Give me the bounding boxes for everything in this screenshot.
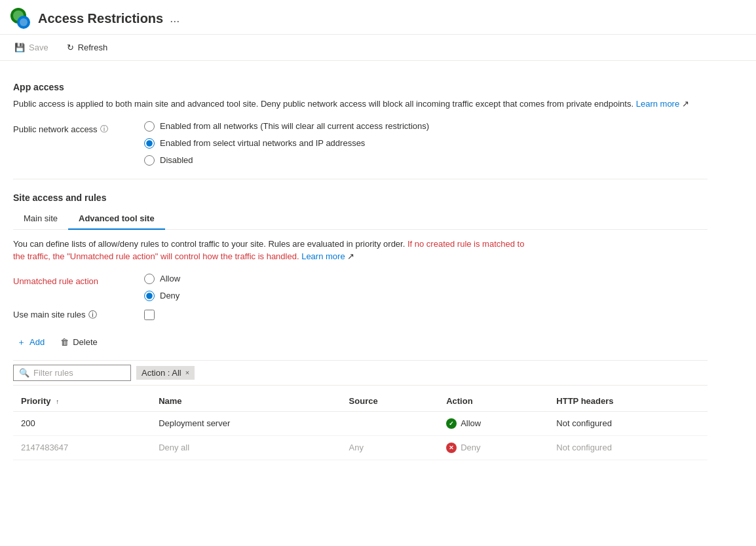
refresh-icon: ↻ [67,43,74,52]
use-main-site-checkbox[interactable] [144,310,155,320]
refresh-button[interactable]: ↻ Refresh [63,40,112,55]
save-button[interactable]: 💾 Save [10,40,52,55]
unmatched-options: Allow Deny [144,274,180,301]
app-icon [10,8,31,29]
unmatched-deny[interactable]: Deny [144,291,180,301]
col-action[interactable]: Action [438,391,548,412]
cell-http-headers: Not configured [548,411,708,435]
use-main-site-label: Use main site rules ⓘ [13,309,144,321]
site-access-title: Site access and rules [13,192,708,203]
app-access-title: App access [13,82,708,92]
action-allow: Allow [446,418,540,429]
toolbar: 💾 Save ↻ Refresh [0,35,756,61]
site-tabs: Main site Advanced tool site [13,208,708,230]
cell-name: Deployment server [151,411,341,435]
tab-advanced-tool-site[interactable]: Advanced tool site [68,208,165,230]
cell-priority: 200 [13,411,151,435]
col-priority[interactable]: Priority ↑ [13,391,151,412]
table-row[interactable]: 2147483647 Deny all Any Deny Not configu… [13,435,708,460]
network-option-all[interactable]: Enabled from all networks (This will cle… [144,121,429,132]
network-radio-disabled[interactable] [144,155,155,166]
site-learn-more[interactable]: Learn more [301,251,345,261]
filter-tag-action: Action : All × [136,366,195,380]
network-radio-select[interactable] [144,138,155,149]
unmatched-rule-label: Unmatched rule action [13,274,144,286]
table-header: Priority ↑ Name Source Action HTTP heade… [13,391,708,412]
network-option-disabled[interactable]: Disabled [144,155,429,166]
save-icon: 💾 [14,43,25,52]
cell-priority: 2147483647 [13,435,151,460]
cell-http-headers: Not configured [548,435,708,460]
rules-table: Priority ↑ Name Source Action HTTP heade… [13,391,708,460]
cell-action: Allow [438,411,548,435]
allow-icon [446,418,457,429]
filter-bar: 🔍 Action : All × [13,360,708,386]
public-network-options: Enabled from all networks (This will cle… [144,121,429,166]
app-access-section: App access Public access is applied to b… [13,82,708,166]
app-access-description: Public access is applied to both main si… [13,98,708,111]
deny-icon [446,443,457,453]
cell-action: Deny [438,435,548,460]
site-access-section: Site access and rules Main site Advanced… [13,192,708,460]
unmatched-rule-row: Unmatched rule action Allow Deny [13,274,708,301]
unmatched-radio-deny[interactable] [144,291,155,301]
section-divider [13,179,708,179]
filter-input-wrap: 🔍 [13,365,131,381]
cell-name: Deny all [151,435,341,460]
more-options-icon[interactable]: ... [170,12,180,26]
site-info-text: You can define lists of allow/deny rules… [13,238,537,263]
page-header: Access Restrictions ... [0,0,756,35]
main-content: App access Public access is applied to b… [0,61,721,471]
table-body: 200 Deployment server Allow Not configur… [13,411,708,460]
add-icon: ＋ [17,337,26,348]
public-network-access-row: Public network access ⓘ Enabled from all… [13,121,708,166]
filter-tag-close[interactable]: × [185,369,189,376]
tab-main-site[interactable]: Main site [13,208,68,230]
table-row[interactable]: 200 Deployment server Allow Not configur… [13,411,708,435]
search-icon: 🔍 [19,368,29,378]
cell-source [341,411,439,435]
delete-icon: 🗑 [60,337,69,347]
cell-source: Any [341,435,439,460]
col-source[interactable]: Source [341,391,439,412]
use-main-site-info-icon: ⓘ [88,309,97,321]
page-title: Access Restrictions [38,11,163,26]
network-radio-all[interactable] [144,121,155,132]
col-http-headers[interactable]: HTTP headers [548,391,708,412]
filter-rules-input[interactable] [33,368,125,378]
network-option-select[interactable]: Enabled from select virtual networks and… [144,138,429,149]
app-access-learn-more[interactable]: Learn more [636,99,679,109]
use-main-site-row: Use main site rules ⓘ [13,309,708,321]
add-rule-button[interactable]: ＋ Add [13,334,48,351]
sort-icon-priority: ↑ [56,398,59,405]
unmatched-allow[interactable]: Allow [144,274,180,284]
action-deny: Deny [446,443,540,453]
unmatched-radio-allow[interactable] [144,274,155,284]
public-network-info-icon: ⓘ [100,124,108,135]
public-network-label: Public network access ⓘ [13,121,144,135]
delete-rule-button[interactable]: 🗑 Delete [56,335,102,350]
col-name[interactable]: Name [151,391,341,412]
rules-action-bar: ＋ Add 🗑 Delete [13,331,708,354]
svg-point-3 [20,18,28,26]
